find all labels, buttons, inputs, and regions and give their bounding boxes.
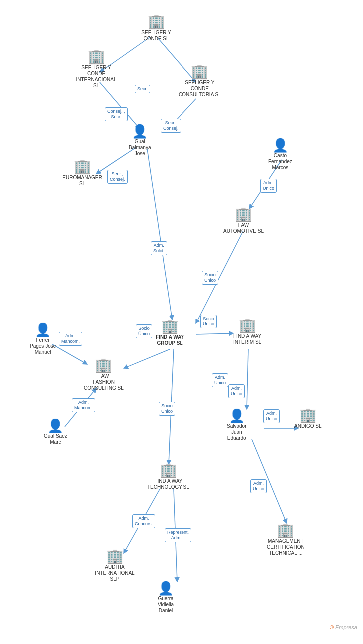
node-label: FIND A WAYGROUP SL — [156, 334, 184, 346]
svg-line-5 — [147, 149, 172, 320]
node-guerra-vidiella: 👤 GuerraVidiellaDaniel — [158, 582, 174, 614]
node-label: FIND A WAYTECHNOLOGY SL — [147, 478, 189, 490]
node-label: SEELIGER YCONDECONSULTORIA SL — [179, 80, 221, 98]
person-icon: 👤 — [35, 323, 51, 336]
node-label: SalvadorJuanEduardo — [227, 423, 246, 441]
person-icon: 👤 — [272, 139, 288, 152]
svg-line-8 — [196, 333, 233, 334]
person-icon: 👤 — [132, 125, 148, 138]
node-faw-fashion: 🏢 FAWFASHIONCONSULTING SL — [84, 358, 124, 391]
badge-adm-unico4: Adm.Unico — [263, 409, 280, 423]
badge-seor-consej: Seor.,Consej. — [107, 170, 128, 184]
building-icon: 🏢 — [239, 319, 256, 332]
badge-adm-concurs: Adm.Concurs. — [132, 514, 155, 528]
building-icon: 🏢 — [160, 463, 177, 477]
building-icon: 🏢 — [191, 65, 208, 79]
node-salvador-juan: 👤 SalvadorJuanEduardo — [227, 409, 246, 441]
org-chart-diagram: 🏢 SEELIGER Y CONDE SL 🏢 SEELIGER YCONDEI… — [0, 0, 363, 634]
node-find-a-way-group: 🏢 FIND A WAYGROUP SL — [156, 320, 184, 346]
badge-secr-consej: Secr.,Consej. — [161, 119, 181, 133]
node-seeliger-conde-sl: 🏢 SEELIGER Y CONDE SL — [134, 15, 179, 42]
badge-adm-unico1: Adm.Único — [260, 179, 277, 193]
node-label: GuerraVidiellaDaniel — [158, 596, 174, 614]
node-label: GualBalmanyaJose — [129, 139, 151, 157]
badge-adm-unico5: Adm.Unico — [250, 479, 267, 493]
node-find-a-way-interim: 🏢 FIND A WAYINTERIM SL — [233, 319, 261, 345]
node-label: CastoFernandezMarcos — [268, 153, 292, 171]
node-seeliger-conde-int: 🏢 SEELIGER YCONDEINTERNACIONAL SL — [74, 50, 119, 89]
building-icon-red: 🏢 — [161, 320, 179, 333]
badge-socio-unico4: SocioÚnico — [159, 402, 175, 416]
person-icon: 👤 — [47, 419, 63, 432]
building-icon: 🏢 — [74, 160, 91, 174]
person-icon: 👤 — [158, 582, 174, 595]
watermark: © Empresa — [330, 624, 357, 630]
badge-socio-unico1: SocioÚnico — [202, 271, 218, 285]
badge-adm-mancom2: Adm.Mancom. — [72, 398, 95, 412]
svg-line-10 — [52, 344, 87, 364]
node-label: SEELIGER Y CONDE SL — [134, 30, 179, 42]
badge-represent-adm: Represent.Adm.... — [165, 528, 191, 542]
node-ferrer-pages: 👤 FerrerPages JoseManuel — [30, 323, 56, 355]
badge-adm-unico2: Adm.Unico — [212, 373, 228, 387]
node-label: FAWAUTOMOTIVE SL — [223, 222, 264, 234]
svg-line-9 — [124, 349, 170, 368]
node-label: Gual SaezMarc — [44, 433, 67, 445]
building-icon: 🏢 — [299, 408, 317, 422]
building-icon: 🏢 — [235, 207, 252, 221]
node-seeliger-conde-cons: 🏢 SEELIGER YCONDECONSULTORIA SL — [179, 65, 221, 98]
svg-line-3 — [100, 82, 140, 129]
node-label: EUROMANAGER SL — [60, 175, 105, 187]
node-label: FerrerPages JoseManuel — [30, 337, 56, 355]
building-icon: 🏢 — [277, 523, 294, 537]
node-management-cert: 🏢 MANAGEMENTCERTIFICATIONTECHNICAL ... — [267, 523, 305, 556]
node-euromanager: 🏢 EUROMANAGER SL — [60, 160, 105, 187]
badge-adm-unico3: Adm.Unico — [228, 384, 245, 398]
node-casto-fernandez: 👤 CastoFernandezMarcos — [268, 139, 292, 171]
node-label: MANAGEMENTCERTIFICATIONTECHNICAL ... — [267, 538, 305, 556]
badge-adm-mancom1: Adm.Mancom. — [59, 332, 82, 346]
svg-line-11 — [247, 349, 248, 409]
badge-socio-unico2: SocioÚnico — [200, 315, 217, 328]
node-label: AUDITIAINTERNATIONAL SLP — [92, 564, 137, 582]
building-icon: 🏢 — [106, 549, 124, 563]
badge-consej-secr: Consej. ,Secr. — [105, 107, 128, 121]
badge-adm-solid: Adm.Solid. — [151, 241, 167, 255]
badge-secr1: Secr. — [135, 85, 150, 93]
node-auditia: 🏢 AUDITIAINTERNATIONAL SLP — [92, 549, 137, 582]
building-icon: 🏢 — [95, 358, 112, 372]
node-faw-automotive: 🏢 FAWAUTOMOTIVE SL — [223, 207, 264, 234]
person-icon: 👤 — [229, 409, 245, 422]
node-label: SEELIGER YCONDEINTERNACIONAL SL — [74, 65, 119, 89]
badge-socio-unico3: SocioÚnico — [136, 324, 152, 338]
building-icon: 🏢 — [88, 50, 105, 64]
node-label: FIND A WAYINTERIM SL — [233, 333, 261, 345]
node-andigo: 🏢 ANDIGO SL — [294, 408, 321, 429]
building-icon: 🏢 — [148, 15, 165, 29]
node-gual-balmanya: 👤 GualBalmanyaJose — [129, 125, 151, 157]
node-faw-technology: 🏢 FIND A WAYTECHNOLOGY SL — [147, 463, 189, 490]
node-label: ANDIGO SL — [294, 423, 321, 429]
node-gual-saez: 👤 Gual SaezMarc — [44, 419, 67, 445]
node-label: FAWFASHIONCONSULTING SL — [84, 373, 124, 391]
